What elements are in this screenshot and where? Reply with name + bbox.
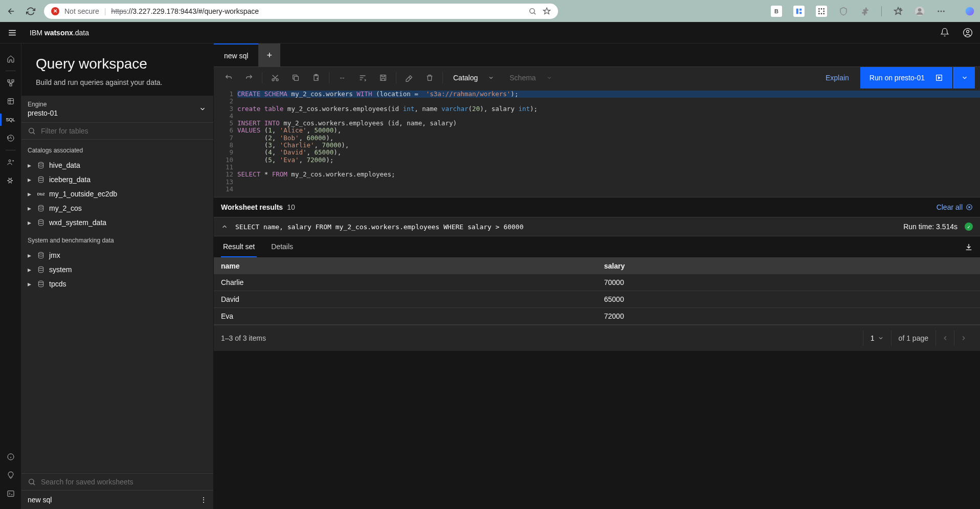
undo-icon[interactable] bbox=[219, 68, 238, 87]
catalog-item[interactable]: ▸hive_data bbox=[21, 158, 213, 172]
svg-point-29 bbox=[38, 176, 43, 179]
rail-help[interactable] bbox=[0, 467, 21, 483]
svg-rect-41 bbox=[381, 75, 386, 81]
column-header[interactable]: salary bbox=[597, 258, 980, 274]
catalogs-section-label: Catalogs associated bbox=[21, 140, 213, 158]
comment-icon[interactable]: -- bbox=[332, 68, 352, 87]
table-cell: 70000 bbox=[597, 274, 980, 291]
rail-history[interactable] bbox=[0, 130, 21, 146]
catalog-name: hive_data bbox=[49, 161, 80, 169]
format-icon[interactable] bbox=[353, 68, 372, 87]
page-subtitle: Build and run queries against your data. bbox=[36, 78, 199, 86]
profile-icon[interactable] bbox=[915, 6, 925, 16]
clear-all-button[interactable]: Clear all bbox=[937, 203, 973, 211]
database-icon bbox=[37, 204, 45, 212]
worksheet-item[interactable]: new sql⋮ bbox=[21, 491, 213, 509]
back-button[interactable] bbox=[5, 5, 17, 17]
not-secure-icon: ✕ bbox=[51, 7, 59, 15]
svg-rect-20 bbox=[8, 80, 10, 82]
svg-point-19 bbox=[967, 30, 969, 33]
copy-icon[interactable] bbox=[286, 68, 305, 87]
app-header: IBM watsonx.data bbox=[0, 22, 980, 43]
user-icon[interactable] bbox=[963, 28, 973, 38]
rail-access[interactable] bbox=[0, 154, 21, 170]
svg-point-0 bbox=[530, 8, 534, 13]
result-tabs: Result set Details bbox=[214, 236, 980, 258]
table-row: David65000 bbox=[214, 291, 980, 308]
redo-icon[interactable] bbox=[239, 68, 259, 87]
catalog-name: my_2_cos bbox=[49, 204, 82, 212]
svg-rect-22 bbox=[10, 84, 12, 86]
tab-details[interactable]: Details bbox=[269, 236, 295, 257]
sql-editor[interactable]: 1234567891011121314 CREATE SCHEMA my_2_c… bbox=[214, 88, 980, 197]
catalog-item[interactable]: ▸wxd_system_data bbox=[21, 215, 213, 230]
prev-page-button[interactable] bbox=[936, 330, 954, 346]
catalog-item[interactable]: ▸my_2_cos bbox=[21, 201, 213, 215]
run-split-button[interactable] bbox=[953, 67, 975, 88]
rail-settings[interactable] bbox=[0, 172, 21, 189]
cut-icon[interactable] bbox=[265, 68, 285, 87]
filter-tables-row bbox=[21, 123, 213, 140]
editor-toolbar: -- Catalog Schema Explain Run on presto-… bbox=[214, 67, 980, 88]
database-icon bbox=[37, 251, 45, 259]
rail-home[interactable] bbox=[0, 51, 21, 67]
url-bar[interactable]: ✕ Not secure | https://3.227.229.178:944… bbox=[44, 4, 558, 19]
rail-info[interactable] bbox=[0, 449, 21, 465]
paste-icon[interactable] bbox=[306, 68, 326, 87]
menu-icon[interactable] bbox=[7, 28, 17, 38]
tab-add[interactable]: + bbox=[258, 43, 280, 67]
overflow-icon[interactable]: ⋮ bbox=[200, 496, 207, 504]
catalog-select[interactable]: Catalog bbox=[446, 67, 501, 88]
tab-result-set[interactable]: Result set bbox=[221, 236, 257, 257]
svg-point-28 bbox=[38, 162, 43, 164]
svg-rect-21 bbox=[12, 80, 14, 82]
database-icon bbox=[37, 161, 45, 169]
collapse-icon[interactable] bbox=[221, 223, 228, 230]
zoom-icon[interactable] bbox=[528, 7, 537, 15]
run-button[interactable]: Run on presto-01 bbox=[860, 67, 952, 88]
caret-icon: ▸ bbox=[28, 204, 33, 212]
tab-new-sql[interactable]: new sql bbox=[214, 43, 258, 67]
svg-rect-9 bbox=[818, 13, 819, 14]
refresh-button[interactable] bbox=[25, 5, 37, 17]
rail-terminal[interactable] bbox=[0, 485, 21, 502]
explain-button[interactable]: Explain bbox=[815, 67, 859, 88]
system-name: jmx bbox=[49, 251, 60, 259]
notifications-icon[interactable] bbox=[940, 28, 950, 38]
system-item[interactable]: ▸system bbox=[21, 262, 213, 277]
delete-icon[interactable] bbox=[420, 68, 439, 87]
catalog-item[interactable]: ▸iceberg_data bbox=[21, 172, 213, 187]
svg-point-24 bbox=[9, 160, 11, 162]
favorites-icon[interactable] bbox=[893, 6, 903, 16]
ext-icon-4[interactable] bbox=[838, 6, 849, 16]
catalog-name: iceberg_data bbox=[49, 175, 91, 184]
engine-select[interactable]: Engine presto-01 bbox=[21, 96, 213, 123]
result-table: namesalary Charlie70000David65000Eva7200… bbox=[214, 258, 980, 325]
schema-select[interactable]: Schema bbox=[502, 67, 559, 88]
search-worksheets-input[interactable] bbox=[41, 478, 207, 486]
system-item[interactable]: ▸jmx bbox=[21, 248, 213, 262]
ext-icon-1[interactable]: B bbox=[771, 6, 782, 17]
ext-icon-3[interactable] bbox=[816, 6, 827, 17]
catalog-item[interactable]: ▸Db2my_1_outside_ec2db bbox=[21, 187, 213, 201]
filter-tables-input[interactable] bbox=[41, 127, 207, 135]
system-item[interactable]: ▸tpcds bbox=[21, 277, 213, 291]
table-cell: 65000 bbox=[597, 291, 980, 308]
page-select[interactable]: 1 bbox=[863, 330, 892, 346]
clear-icon[interactable] bbox=[399, 68, 419, 87]
save-icon[interactable] bbox=[373, 68, 393, 87]
favorite-icon[interactable] bbox=[543, 7, 551, 15]
status-success-icon: ✓ bbox=[965, 223, 973, 231]
search-worksheets-row bbox=[21, 473, 213, 491]
rail-infra[interactable] bbox=[0, 75, 21, 91]
extensions-icon[interactable] bbox=[860, 6, 870, 16]
ext-icon-2[interactable] bbox=[793, 6, 805, 17]
download-icon[interactable] bbox=[965, 243, 973, 251]
copilot-icon[interactable] bbox=[965, 6, 975, 16]
brand: IBM watsonx.data bbox=[30, 29, 89, 37]
rail-data[interactable] bbox=[0, 93, 21, 109]
more-icon[interactable] bbox=[936, 6, 946, 16]
next-page-button[interactable] bbox=[954, 330, 973, 346]
column-header[interactable]: name bbox=[214, 258, 597, 274]
rail-sql[interactable]: SQL bbox=[0, 112, 21, 128]
